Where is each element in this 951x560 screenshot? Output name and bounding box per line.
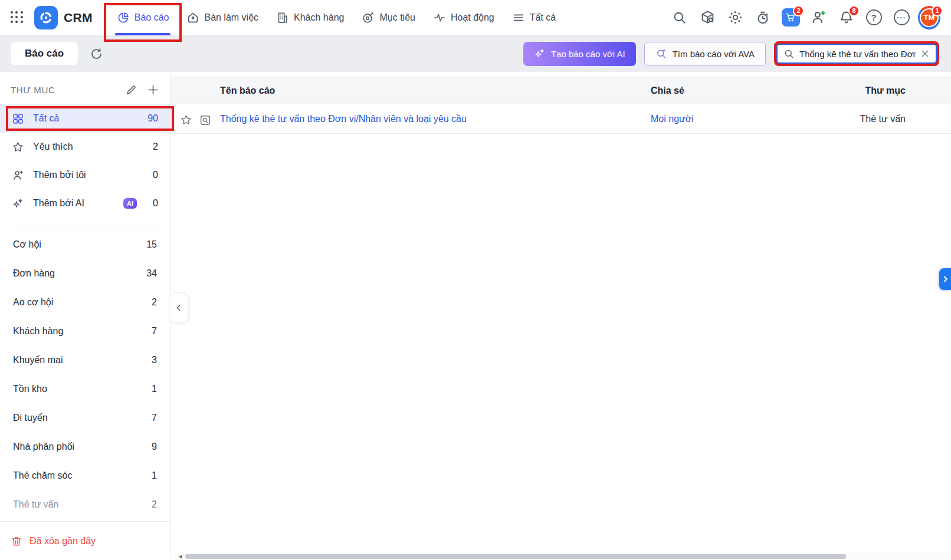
table-header: Tên báo cáo Chia sẻ Thư mục bbox=[170, 77, 951, 104]
create-report-ai-label: Tạo báo cáo với AI bbox=[551, 49, 625, 59]
find-report-ava-button[interactable]: Tìm báo cáo với AVA bbox=[644, 42, 766, 66]
scrollbar-thumb[interactable] bbox=[185, 554, 846, 559]
tab-khach-hang[interactable]: Khách hàng bbox=[267, 0, 353, 35]
report-share-link[interactable]: Mọi người bbox=[651, 114, 694, 124]
tab-muc-tieu[interactable]: Mục tiêu bbox=[353, 0, 424, 35]
item-count: 90 bbox=[147, 113, 158, 124]
cart-badge: 2 bbox=[793, 5, 804, 17]
folder-item[interactable]: Thẻ tư vấn 2 bbox=[0, 490, 170, 519]
sidebar-item-added-by-me[interactable]: Thêm bởi tôi 0 bbox=[0, 161, 170, 189]
tab-ban-lam-viec[interactable]: Bàn làm việc bbox=[178, 0, 267, 35]
package-search-icon[interactable] bbox=[696, 6, 719, 29]
item-label: Yêu thích bbox=[33, 141, 73, 152]
folder-label: Khuyến mại bbox=[13, 355, 63, 365]
folder-item[interactable]: Khuyến mại 3 bbox=[0, 345, 170, 374]
report-search-input[interactable] bbox=[799, 49, 916, 59]
page-title[interactable]: Báo cáo bbox=[11, 42, 78, 65]
settings-gear-icon[interactable] bbox=[724, 6, 746, 29]
person-add-icon bbox=[12, 169, 24, 182]
folder-label: Thẻ chăm sóc bbox=[13, 470, 72, 481]
header-report-name: Tên báo cáo bbox=[170, 85, 651, 96]
top-navigation: CRM Báo cáo Bàn làm việc Khách hàng bbox=[0, 0, 951, 35]
help-icon[interactable]: ? bbox=[863, 6, 885, 29]
folder-item[interactable]: Đơn hàng 34 bbox=[0, 259, 170, 288]
notifications-bell-icon[interactable]: 8 bbox=[835, 6, 857, 29]
search-icon[interactable] bbox=[668, 6, 691, 29]
more-options-icon[interactable]: ··· bbox=[890, 6, 913, 29]
tab-label: Tất cả bbox=[530, 12, 556, 23]
tab-label: Khách hàng bbox=[294, 12, 344, 23]
target-icon bbox=[362, 11, 375, 24]
favorite-star-icon[interactable] bbox=[180, 114, 192, 126]
create-report-ai-button[interactable]: Tạo báo cáo với AI bbox=[523, 42, 636, 66]
report-search-box bbox=[776, 44, 937, 64]
folder-count: 9 bbox=[152, 442, 157, 452]
main-tabs: Báo cáo Bàn làm việc Khách hàng Mục ti bbox=[108, 0, 565, 35]
folder-label: Cơ hội bbox=[13, 239, 41, 250]
table-row[interactable]: Thống kê thẻ tư vấn theo Đơn vị/Nhân viê… bbox=[170, 104, 951, 134]
folder-label: Khách hàng bbox=[13, 326, 63, 337]
tab-hoat-dong[interactable]: Hoạt động bbox=[424, 0, 503, 35]
report-folder-value: Thẻ tư vấn bbox=[816, 114, 951, 124]
report-name-link[interactable]: Thống kê thẻ tư vấn theo Đơn vị/Nhân viê… bbox=[220, 114, 467, 124]
folder-item[interactable]: Cơ hội 15 bbox=[0, 230, 170, 259]
folder-count: 1 bbox=[152, 470, 157, 481]
tab-tat-ca[interactable]: Tất cả bbox=[503, 0, 565, 35]
find-report-ava-label: Tìm báo cáo với AVA bbox=[673, 49, 755, 59]
tab-label: Bàn làm việc bbox=[204, 12, 258, 23]
avatar-badge: 1 bbox=[932, 5, 943, 17]
search-icon bbox=[783, 48, 795, 60]
recently-deleted-label: Đã xóa gần đây bbox=[29, 536, 96, 546]
item-count: 0 bbox=[153, 198, 158, 209]
preview-icon[interactable] bbox=[199, 114, 212, 127]
nav-actions: 2 8 ? ··· TM 1 bbox=[668, 6, 940, 29]
folder-count: 1 bbox=[152, 384, 157, 394]
folder-count: 15 bbox=[146, 239, 157, 250]
item-label: Thêm bởi AI bbox=[33, 198, 84, 209]
folders-sidebar: THƯ MỤC Tất cả 90 bbox=[0, 72, 170, 560]
reminder-clock-icon[interactable] bbox=[752, 6, 774, 29]
item-count: 2 bbox=[153, 141, 158, 152]
app-launcher-icon[interactable] bbox=[8, 9, 26, 27]
edit-folders-icon[interactable] bbox=[125, 84, 137, 96]
folder-label: Đơn hàng bbox=[13, 268, 55, 279]
chevron-left-icon bbox=[175, 304, 183, 312]
building-icon bbox=[276, 11, 289, 24]
folder-item[interactable]: Ao cơ hội 2 bbox=[0, 288, 170, 317]
folder-item[interactable]: Nhà phân phối 9 bbox=[0, 432, 170, 461]
tab-label: Hoạt động bbox=[451, 12, 494, 23]
add-user-icon[interactable] bbox=[807, 6, 829, 29]
crm-logo-icon[interactable] bbox=[34, 6, 58, 29]
star-icon bbox=[12, 141, 24, 153]
toolbar-actions: Tạo báo cáo với AI Tìm báo cáo với AVA bbox=[523, 41, 939, 66]
expand-panel-tab[interactable] bbox=[939, 268, 951, 290]
folder-count: 2 bbox=[152, 499, 157, 510]
recently-deleted-button[interactable]: Đã xóa gần đây bbox=[0, 521, 170, 560]
sidebar-item-favorites[interactable]: Yêu thích 2 bbox=[0, 133, 170, 161]
sidebar-item-all[interactable]: Tất cả 90 bbox=[0, 104, 170, 133]
folder-item[interactable]: Tồn kho 1 bbox=[0, 374, 170, 403]
tab-bao-cao[interactable]: Báo cáo bbox=[108, 0, 178, 35]
marketplace-cart-icon[interactable]: 2 bbox=[779, 6, 802, 29]
chevron-right-icon bbox=[942, 275, 949, 283]
horizontal-scrollbar[interactable]: ◄ bbox=[175, 553, 951, 560]
clear-search-icon[interactable] bbox=[920, 49, 930, 58]
activity-icon bbox=[433, 11, 446, 24]
folder-label: Nhà phân phối bbox=[13, 442, 74, 452]
menu-icon bbox=[512, 11, 525, 24]
folder-item[interactable]: Đi tuyến 7 bbox=[0, 403, 170, 432]
ellipsis-glyph: ··· bbox=[894, 9, 910, 25]
folder-item[interactable]: Khách hàng 7 bbox=[0, 317, 170, 345]
folder-label: Thẻ tư vấn bbox=[13, 499, 58, 510]
user-avatar[interactable]: TM 1 bbox=[918, 6, 940, 29]
sidebar-collapse-handle[interactable] bbox=[170, 292, 188, 323]
question-glyph: ? bbox=[866, 9, 882, 25]
sidebar-item-added-by-ai[interactable]: Thêm bởi AI AI 0 bbox=[0, 189, 170, 218]
tab-label: Mục tiêu bbox=[379, 12, 415, 23]
refresh-icon[interactable] bbox=[90, 47, 103, 61]
folder-item[interactable]: Thẻ chăm sóc 1 bbox=[0, 461, 170, 490]
add-folder-icon[interactable] bbox=[147, 84, 159, 96]
scroll-left-arrow-icon[interactable]: ◄ bbox=[178, 554, 183, 559]
sidebar-header: THƯ MỤC bbox=[0, 72, 170, 104]
folder-count: 2 bbox=[152, 297, 157, 308]
